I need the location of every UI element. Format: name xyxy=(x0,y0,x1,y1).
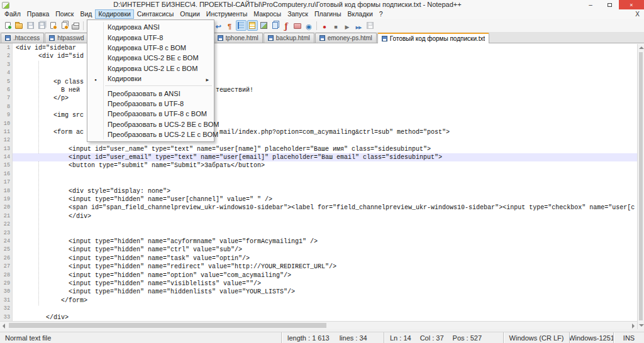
code-line[interactable]: 27 <input type="hidden" name="redirect" … xyxy=(0,263,637,271)
menubar-item-view[interactable]: Вид xyxy=(77,9,95,19)
tab-backup[interactable]: backup.html xyxy=(264,33,314,43)
statusbar-insert-mode[interactable]: INS xyxy=(613,332,644,343)
code-line[interactable]: 16 xyxy=(0,170,637,178)
code-line[interactable]: 18 <div style="display: none"> xyxy=(0,187,637,195)
vertical-scrollbar[interactable] xyxy=(637,44,644,329)
menubar-item-help[interactable]: ? xyxy=(376,9,386,19)
print-icon xyxy=(72,24,79,30)
macro-run-multiple-button[interactable] xyxy=(353,20,364,31)
code-line[interactable]: 14 <input id="user_email" type="text" na… xyxy=(0,153,637,161)
print-button[interactable] xyxy=(70,20,81,31)
statusbar-lines: lines : 34 xyxy=(340,334,367,342)
close-document-button[interactable]: X xyxy=(631,9,644,19)
menubar-item-run[interactable]: Запуск xyxy=(284,9,311,19)
menu-item-convert-ucs2be-bom[interactable]: Преобразовать в UCS-2 BE с BOM xyxy=(87,119,214,129)
code-line[interactable]: 25 <input type="hidden" name="ctrl" valu… xyxy=(0,246,637,254)
code-text: <input type="hidden" name="option" value… xyxy=(16,271,637,280)
menu-item-label: Преобразовать в UTF-8 xyxy=(108,100,184,107)
save-file-button[interactable] xyxy=(25,20,36,31)
menu-item-label: Кодировка UTF-8 xyxy=(108,34,163,41)
code-line[interactable]: 22 xyxy=(0,220,637,229)
code-line[interactable]: 29 <input type="hidden" name="visiblelis… xyxy=(0,280,637,288)
code-line[interactable]: 17 xyxy=(0,178,637,187)
menubar-item-tools[interactable]: Инструменты xyxy=(203,9,250,19)
scroll-down-icon[interactable] xyxy=(639,324,644,327)
code-line[interactable]: 23 xyxy=(0,229,637,237)
tab-subscribe-form[interactable]: Готовый код формы подписки.txt xyxy=(377,33,490,43)
menubar-item-file[interactable]: Файл xyxy=(1,9,24,19)
document-map-button[interactable] xyxy=(258,20,269,31)
document-switcher-button[interactable] xyxy=(270,20,280,31)
menubar-item-tabs[interactable]: Вкладки xyxy=(345,9,376,19)
word-wrap-button[interactable] xyxy=(213,20,224,31)
menu-item-convert-utf8[interactable]: Преобразовать в UTF-8 xyxy=(87,99,214,109)
tab-htaccess[interactable]: .htaccess xyxy=(1,33,44,43)
scroll-left-icon[interactable] xyxy=(3,324,5,329)
tab-htpasswd[interactable]: htpasswd xyxy=(45,33,88,43)
minimize-button[interactable]: – xyxy=(581,0,600,9)
macro-record-button[interactable] xyxy=(319,20,330,31)
tab-label: Готовый код формы подписки.txt xyxy=(390,35,486,42)
macro-play-button[interactable] xyxy=(342,20,353,31)
code-line[interactable]: 33 </div> xyxy=(0,313,637,322)
code-line[interactable]: 31 </form> xyxy=(0,297,637,305)
tab-emoney[interactable]: emoney-ps.html xyxy=(315,33,377,43)
menubar-item-syntax[interactable]: Синтаксисы xyxy=(134,9,177,19)
horizontal-scrollbar[interactable] xyxy=(0,321,637,329)
open-file-button[interactable] xyxy=(14,20,25,31)
code-line[interactable]: 28 <input type="hidden" name="option" va… xyxy=(0,271,637,280)
monitoring-button[interactable] xyxy=(304,20,314,31)
menu-item-convert-ucs2le-bom[interactable]: Преобразовать в UCS-2 LE с BOM xyxy=(87,129,214,139)
tab-label: backup.html xyxy=(276,35,310,41)
function-list-icon xyxy=(249,22,255,29)
code-line[interactable]: 20 <span id="span_field_channelpreview_u… xyxy=(0,204,637,212)
new-file-button[interactable] xyxy=(3,20,13,31)
code-line[interactable]: 26 <input type="hidden" name="task" valu… xyxy=(0,254,637,263)
code-line[interactable]: 13 <input id="user_name" type="text" nam… xyxy=(0,145,637,153)
show-all-characters-button[interactable] xyxy=(225,20,235,31)
close-file-button[interactable] xyxy=(48,20,58,31)
line-number: 32 xyxy=(0,305,13,313)
indent-guide-button[interactable] xyxy=(236,20,247,31)
line-number: 27 xyxy=(0,263,13,271)
menu-item-label: Кодировка ANSI xyxy=(108,23,160,31)
close-button[interactable]: × xyxy=(619,0,644,9)
folder-as-workspace-button[interactable] xyxy=(292,20,303,31)
vertical-scroll-thumb[interactable] xyxy=(639,52,643,320)
close-all-button[interactable] xyxy=(59,20,70,31)
menubar-item-edit[interactable]: Правка xyxy=(24,9,52,19)
menubar-item-encoding[interactable]: Кодировки xyxy=(95,9,133,19)
indent-guide-icon xyxy=(238,22,244,29)
menu-item-encode-ucs2be-bom[interactable]: Кодировка UCS-2 BE с BOM xyxy=(87,53,214,63)
menu-item-encode-utf8[interactable]: Кодировка UTF-8 xyxy=(87,32,214,42)
encoding-menu-dropdown: Кодировка ANSIКодировка UTF-8Кодировка U… xyxy=(87,19,214,142)
menubar-item-plugins[interactable]: Плагины xyxy=(311,9,345,19)
horizontal-scroll-thumb[interactable] xyxy=(9,323,326,328)
menu-item-convert-ansi[interactable]: Преобразовать в ANSI xyxy=(87,88,214,98)
macro-save-button[interactable] xyxy=(365,20,375,31)
function-signature-button[interactable] xyxy=(281,20,292,31)
scroll-right-icon[interactable] xyxy=(632,324,635,329)
menu-item-label: Кодировка UCS-2 BE с BOM xyxy=(108,54,199,62)
code-line[interactable]: 15 <button type="submit" name="Submit">З… xyxy=(0,161,637,170)
save-all-button[interactable] xyxy=(36,20,47,31)
menu-item-encode-ansi[interactable]: Кодировка ANSI xyxy=(87,22,214,32)
statusbar-offset: Pos : 527 xyxy=(453,334,482,342)
menubar-item-macros[interactable]: Макросы xyxy=(250,9,284,19)
code-line[interactable]: 32 xyxy=(0,305,637,313)
restore-button[interactable] xyxy=(600,0,619,9)
menubar-item-search[interactable]: Поиск xyxy=(52,9,77,19)
menu-item-encode-utf8-bom[interactable]: Кодировка UTF-8 с BOM xyxy=(87,43,214,53)
scroll-up-icon[interactable] xyxy=(639,46,644,49)
code-line[interactable]: 19 <input type="hidden" name="user[chann… xyxy=(0,195,637,204)
code-line[interactable]: 30 <input type="hidden" name="hiddenlist… xyxy=(0,288,637,296)
tab-tphone[interactable]: tphone.html xyxy=(213,33,263,43)
menubar-item-options[interactable]: Опции xyxy=(177,9,203,19)
menu-item-convert-utf8-bom[interactable]: Преобразовать в UTF-8 с BOM xyxy=(87,109,214,119)
function-list-button[interactable] xyxy=(247,20,258,31)
menu-item-character-sets[interactable]: Кодировки xyxy=(87,74,214,84)
code-line[interactable]: 21 </div> xyxy=(0,212,637,220)
menu-item-encode-ucs2le-bom[interactable]: Кодировка UCS-2 LE с BOM xyxy=(87,63,214,74)
macro-stop-button[interactable] xyxy=(331,20,341,31)
code-line[interactable]: 24 <input type="hidden" name="acyformnam… xyxy=(0,237,637,246)
